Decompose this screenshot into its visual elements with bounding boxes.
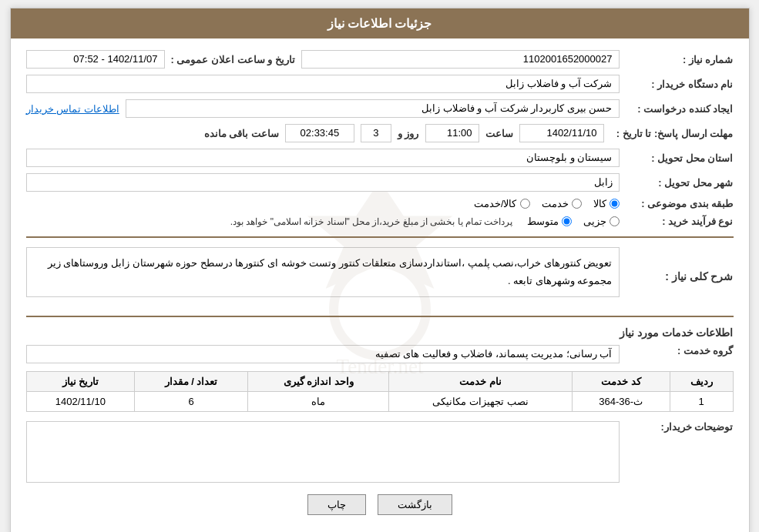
process-option-jozi: جزیی xyxy=(583,216,620,227)
deadline-inner: 1402/11/10 ساعت 11:00 روز و 3 02:33:45 س… xyxy=(26,124,604,142)
buyer-notes-input[interactable] xyxy=(26,421,620,483)
services-table-head: ردیف کد خدمت نام خدمت واحد اندازه گیری ت… xyxy=(26,371,733,391)
category-radio-kala[interactable] xyxy=(610,199,620,209)
category-row: طبقه بندی موضوعی : کالا خدمت کالا/خدمت xyxy=(26,198,734,209)
process-label-jozi: جزیی xyxy=(583,216,606,227)
category-radio-kala-khedmat[interactable] xyxy=(520,199,530,209)
deadline-row: مهلت ارسال پاسخ: تا تاریخ : 1402/11/10 س… xyxy=(26,124,734,142)
creator-contact-link[interactable]: اطلاعات تماس خریدار xyxy=(26,103,119,115)
category-option-khedmat: خدمت xyxy=(542,198,582,209)
services-table-body: 1ث-36-364نصب تجهیزات مکانیکیماه61402/11/… xyxy=(26,391,733,411)
category-label-khedmat: خدمت xyxy=(542,198,569,209)
info-section: شماره نیاز : 1102001652000027 تاریخ و سا… xyxy=(26,50,734,227)
page-header: جزئیات اطلاعات نیاز xyxy=(11,8,749,38)
process-radio-group: جزیی متوسط xyxy=(527,216,620,227)
need-number-row: شماره نیاز : 1102001652000027 تاریخ و سا… xyxy=(26,50,734,69)
col-name: نام خدمت xyxy=(389,371,572,391)
category-label: طبقه بندی موضوعی : xyxy=(626,198,734,209)
col-code: کد خدمت xyxy=(572,371,670,391)
creator-row: ایجاد کننده درخواست : حسن بیری کاربردار … xyxy=(26,99,734,118)
process-radio-motavaset[interactable] xyxy=(562,216,572,226)
col-date: تاریخ نیاز xyxy=(26,371,135,391)
province-value: سیستان و بلوچستان xyxy=(26,149,620,167)
creator-value: حسن بیری کاربردار شرکت آب و فاضلاب زابل xyxy=(126,99,620,118)
process-option-motavaset: متوسط xyxy=(527,216,572,227)
col-quantity: تعداد / مقدار xyxy=(135,371,248,391)
service-group-label: گروه خدمت : xyxy=(626,345,734,356)
category-label-kala-khedmat: کالا/خدمت xyxy=(474,198,517,209)
table-cell-unit: ماه xyxy=(247,391,388,411)
deadline-date: 1402/11/10 xyxy=(519,124,604,142)
buyer-notes-row: توضیحات خریدار: xyxy=(26,421,734,483)
deadline-label: مهلت ارسال پاسخ: تا تاریخ : xyxy=(610,128,734,139)
province-row: استان محل تحویل : سیستان و بلوچستان xyxy=(26,149,734,167)
page-title: جزئیات اطلاعات نیاز xyxy=(327,17,432,30)
services-table-header-row: ردیف کد خدمت نام خدمت واحد اندازه گیری ت… xyxy=(26,371,733,391)
deadline-days-label: روز و xyxy=(398,128,419,139)
process-label-motavaset: متوسط xyxy=(527,216,559,227)
city-value: زابل xyxy=(26,173,620,192)
buyer-notes-label: توضیحات خریدار: xyxy=(626,421,734,433)
main-container: جزئیات اطلاعات نیاز Tender.net شماره نیا… xyxy=(10,8,750,532)
category-radio-khedmat[interactable] xyxy=(572,199,582,209)
description-row: شرح کلی نیاز : تعویض کنتورهای خراب،نصب پ… xyxy=(26,247,734,306)
content-area: Tender.net شماره نیاز : 1102001652000027… xyxy=(11,38,749,532)
description-label: شرح کلی نیاز : xyxy=(626,270,734,283)
process-note: پرداخت تمام یا بخشی از مبلغ خرید،از محل … xyxy=(230,216,513,227)
city-row: شهر محل تحویل : زابل xyxy=(26,173,734,192)
services-section-title: اطلاعات خدمات مورد نیاز xyxy=(26,326,734,339)
category-label-kala: کالا xyxy=(593,198,606,209)
deadline-remaining-label: ساعت باقی مانده xyxy=(204,128,279,139)
service-group-row: گروه خدمت : آب رسانی؛ مدیریت پسماند، فاض… xyxy=(26,345,734,363)
back-button[interactable]: بازگشت xyxy=(378,494,452,515)
process-row: نوع فرآیند خرید : جزیی متوسط پرداخت تمام… xyxy=(26,216,734,227)
col-unit: واحد اندازه گیری xyxy=(247,371,388,391)
buyer-org-value: شرکت آب و فاضلاب زابل xyxy=(26,75,620,93)
province-label: استان محل تحویل : xyxy=(626,152,734,164)
col-rownum: ردیف xyxy=(670,371,733,391)
deadline-time-label: ساعت xyxy=(485,128,513,139)
deadline-time: 11:00 xyxy=(425,124,479,142)
buyer-org-row: نام دستگاه خریدار : شرکت آب و فاضلاب زاب… xyxy=(26,75,734,93)
buyer-org-label: نام دستگاه خریدار : xyxy=(626,79,734,90)
city-label: شهر محل تحویل : xyxy=(626,177,734,189)
deadline-remaining: 02:33:45 xyxy=(285,124,354,142)
service-group-value: آب رسانی؛ مدیریت پسماند، فاضلاب و فعالیت… xyxy=(26,345,620,363)
process-label: نوع فرآیند خرید : xyxy=(626,216,734,227)
need-number-label: شماره نیاز : xyxy=(626,54,734,65)
table-row: 1ث-36-364نصب تجهیزات مکانیکیماه61402/11/… xyxy=(26,391,733,411)
button-row: بازگشت چاپ xyxy=(26,494,734,523)
divider-2 xyxy=(26,316,734,317)
description-text: تعویض کنتورهای خراب،نصب پلمپ ،استانداردس… xyxy=(26,247,620,297)
table-cell-quantity: 6 xyxy=(135,391,248,411)
services-table: ردیف کد خدمت نام خدمت واحد اندازه گیری ت… xyxy=(26,371,734,412)
process-radio-jozi[interactable] xyxy=(610,216,620,226)
table-cell-code: ث-36-364 xyxy=(572,391,670,411)
category-option-kala: کالا xyxy=(593,198,620,209)
creator-label: ایجاد کننده درخواست : xyxy=(626,103,734,115)
deadline-days: 3 xyxy=(361,124,391,142)
announcement-label: تاریخ و ساعت اعلان عمومی : xyxy=(171,54,295,65)
category-option-kala-khedmat: کالا/خدمت xyxy=(474,198,530,209)
need-number-value: 1102001652000027 xyxy=(301,50,620,69)
announcement-value: 1402/11/07 - 07:52 xyxy=(26,50,165,69)
table-cell-name: نصب تجهیزات مکانیکی xyxy=(389,391,572,411)
category-radio-group: کالا خدمت کالا/خدمت xyxy=(474,198,620,209)
table-cell-date: 1402/11/10 xyxy=(26,391,135,411)
print-button[interactable]: چاپ xyxy=(307,494,366,515)
table-cell-row_num: 1 xyxy=(670,391,733,411)
divider-1 xyxy=(26,236,734,238)
